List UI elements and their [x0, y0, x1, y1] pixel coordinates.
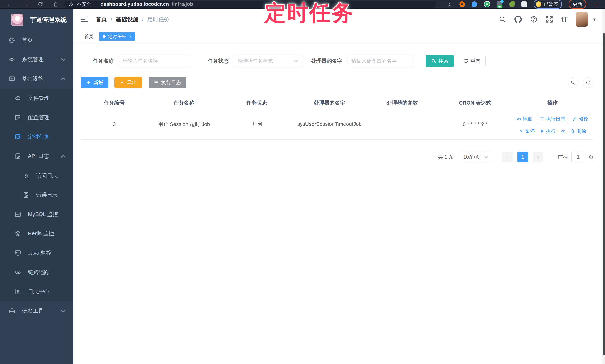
add-button-label: 新增 [93, 79, 104, 86]
goto-page-input[interactable] [571, 152, 585, 162]
search-button[interactable]: 搜索 [426, 55, 454, 67]
page-number-1[interactable]: 1 [517, 152, 528, 162]
tag-home[interactable]: 首页 [81, 32, 97, 41]
log-icon [14, 288, 21, 295]
breadcrumb-home[interactable]: 首页 [96, 16, 107, 23]
pause-link[interactable]: 暂停 [519, 128, 535, 134]
refresh-table-button[interactable] [583, 77, 593, 88]
sidebar-item-label: 访问日志 [36, 172, 58, 179]
sidebar-item-tracing[interactable]: 链路追踪 [0, 263, 74, 282]
table-header-row: 任务编号 任务名称 任务状态 处理器的名字 处理器的参数 CRON 表达式 操作 [81, 97, 593, 109]
prev-page-button[interactable]: ‹ [502, 152, 513, 162]
font-size-icon[interactable]: tT [561, 15, 568, 23]
extension-grid-icon[interactable]: on [497, 1, 502, 7]
job-status-placeholder: 请选择任务状态 [238, 58, 273, 64]
extension-drop-icon[interactable] [472, 1, 477, 7]
search-icon [431, 58, 436, 64]
extension-v-icon[interactable]: v [484, 1, 490, 7]
browser-forward-icon[interactable]: → [22, 1, 28, 7]
sidebar-toggle-icon[interactable] [80, 16, 88, 23]
job-status-select[interactable]: 请选择任务状态 [233, 55, 303, 67]
page-size-select[interactable]: 10条/页 [460, 152, 492, 162]
sidebar-item-access-log[interactable]: 访问日志 [0, 166, 74, 185]
tag-label: 定时任务 [108, 33, 126, 39]
search-icon [570, 80, 576, 85]
url-path[interactable]: /infra/job [172, 1, 193, 7]
delete-link[interactable]: 删除 [570, 128, 586, 134]
search-icon[interactable] [499, 16, 506, 23]
add-button[interactable]: 新增 [81, 77, 108, 88]
handler-name-input[interactable] [347, 55, 414, 67]
cell-handler-name: sysUserSessionTimeoutJob [297, 120, 362, 128]
extension-orange-icon[interactable] [459, 1, 465, 7]
trash-icon [570, 129, 575, 133]
sidebar-item-home[interactable]: 首页 [0, 30, 74, 50]
scrollbar-thumb[interactable] [603, 33, 605, 355]
sidebar-item-system[interactable]: 系统管理 [0, 50, 74, 69]
chevron-down-icon [60, 309, 66, 313]
col-header-job-name: 任务名称 [147, 99, 220, 106]
update-button[interactable]: 更新 [569, 0, 586, 9]
job-name-input[interactable] [118, 55, 191, 67]
sidebar-item-file-mgmt[interactable]: 文件管理 [0, 89, 74, 108]
toggle-search-button[interactable] [568, 77, 578, 88]
table-toolbar: 新增 导出 执行日志 [81, 77, 593, 88]
sidebar-item-label: 日志中心 [28, 288, 50, 295]
browser-home-icon[interactable] [53, 1, 58, 7]
export-button[interactable]: 导出 [114, 77, 142, 88]
extension-sprout-icon[interactable] [509, 1, 515, 7]
address-bar[interactable]: 不安全 dashboard.yudao.iocoder.cn/infra/job [64, 1, 436, 8]
tag-active-dot [103, 35, 106, 38]
extension-on-badge: on [497, 5, 502, 8]
sidebar-item-api-log[interactable]: API 日志 [0, 147, 74, 166]
timer-icon [14, 133, 21, 140]
edit-link[interactable]: 修改 [573, 116, 589, 122]
extensions-puzzle-icon[interactable] [522, 1, 527, 7]
sidebar-item-config-mgmt[interactable]: 配置管理 [0, 108, 74, 127]
infra-submenu: 文件管理 配置管理 定时任务 API 日志 访问日志 错误日志 MySQL 监控 [0, 89, 74, 301]
user-avatar[interactable] [576, 12, 588, 26]
profile-chip[interactable]: 已暂停 [534, 0, 562, 9]
row-exec-log-link[interactable]: 执行日志 [537, 114, 568, 124]
browser-menu-icon[interactable]: ⋮ [593, 1, 599, 8]
sidebar-item-dev-tools[interactable]: 研发工具 [0, 301, 74, 321]
sidebar-item-label: 配置管理 [28, 114, 50, 121]
sidebar-item-error-log[interactable]: 错误日志 [0, 185, 74, 205]
sidebar-item-mysql-monitor[interactable]: MySQL 监控 [0, 205, 74, 224]
sidebar-item-redis-monitor[interactable]: Redis 监控 [0, 224, 74, 243]
col-header-job-status: 任务状态 [220, 99, 293, 106]
sidebar-item-scheduled-jobs[interactable]: 定时任务 [0, 127, 74, 147]
list-icon [540, 117, 545, 121]
run-once-link[interactable]: 执行一次 [540, 128, 565, 134]
cell-cron: 0 * * * * ? * [439, 121, 512, 127]
page-scrollbar[interactable] [602, 9, 605, 364]
fullscreen-icon[interactable] [546, 16, 553, 23]
sidebar-item-log-center[interactable]: 日志中心 [0, 282, 74, 301]
browser-back-icon[interactable]: ← [7, 1, 13, 7]
col-header-handler-name: 处理器的名字 [293, 99, 366, 106]
sidebar-item-label: Java 监控 [28, 249, 52, 257]
tag-scheduled-jobs[interactable]: 定时任务 × [99, 32, 135, 41]
col-header-job-id: 任务编号 [81, 99, 147, 106]
pagination-total: 共 1 条 [438, 154, 454, 160]
sidebar-item-label: 定时任务 [28, 133, 50, 141]
chevron-up-icon [60, 154, 66, 158]
user-caret-icon[interactable]: ▾ [593, 16, 596, 22]
browser-reload-icon[interactable] [38, 1, 43, 7]
reset-button[interactable]: 重置 [458, 55, 486, 67]
sidebar-item-java-monitor[interactable]: Java 监控 [0, 243, 74, 263]
detail-link[interactable]: 详细 [516, 116, 532, 122]
next-page-button[interactable]: › [533, 152, 543, 162]
tag-close-icon[interactable]: × [129, 34, 132, 39]
security-label[interactable]: 不安全 [77, 1, 91, 7]
app-logo-row[interactable]: 芋道管理系统 [0, 9, 74, 30]
breadcrumb-infra[interactable]: 基础设施 [116, 16, 138, 23]
chevron-down-icon [484, 156, 488, 158]
github-icon[interactable] [514, 16, 522, 23]
url-host[interactable]: dashboard.yudao.iocoder.cn [100, 1, 169, 7]
sidebar-item-infra[interactable]: 基础设施 [0, 69, 74, 89]
exec-log-button[interactable]: 执行日志 [149, 77, 186, 88]
bookmark-star-icon[interactable]: ☆ [447, 1, 453, 8]
help-icon[interactable] [530, 16, 538, 23]
jobs-table: 任务编号 任务名称 任务状态 处理器的名字 处理器的参数 CRON 表达式 操作… [81, 97, 593, 140]
